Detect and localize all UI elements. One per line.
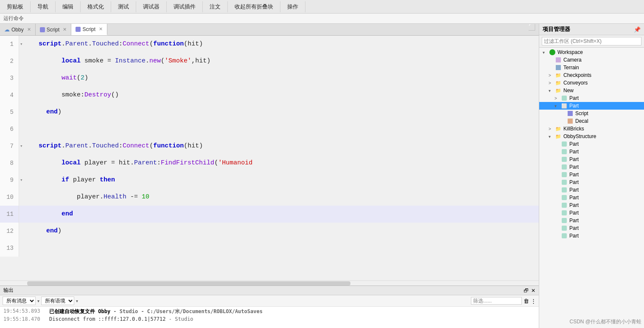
- line-num-5: 5: [0, 104, 19, 121]
- obs-part9-icon: [560, 202, 568, 208]
- tab-obby-label: Obby: [11, 27, 24, 33]
- tree-decal[interactable]: Decal: [539, 117, 644, 125]
- project-tree: ▾ Workspace Camera Terrain >: [539, 48, 644, 328]
- output-panel-header: 输出 🗗 ✕: [0, 286, 539, 295]
- checkpoints-arrow[interactable]: >: [549, 73, 554, 78]
- fold-arrow-7[interactable]: ▾: [19, 138, 26, 155]
- menu-debugger[interactable]: 调试器: [136, 1, 167, 12]
- line-num-12: 12: [0, 223, 19, 240]
- menu-collapse[interactable]: 收起所有折叠块: [228, 1, 280, 12]
- checkpoints-label: Checkpoints: [563, 72, 591, 78]
- tab-obby[interactable]: ☁ Obby ✕: [0, 24, 36, 35]
- code-editor-area[interactable]: 1 ▾ script.Parent.Touched:Connect(functi…: [0, 36, 539, 280]
- tree-workspace[interactable]: ▾ Workspace: [539, 48, 644, 56]
- tab-obby-close[interactable]: ✕: [27, 27, 31, 32]
- tab-script-2[interactable]: Script ✕: [71, 24, 107, 35]
- tree-part-obs-3[interactable]: Part: [539, 156, 644, 163]
- tree-checkpoints[interactable]: > 📁 Checkpoints: [539, 71, 644, 79]
- menu-test[interactable]: 测试: [111, 1, 136, 12]
- output-close-icon[interactable]: ✕: [531, 288, 535, 294]
- line-content-13: [26, 240, 539, 257]
- fold-arrow-4: [19, 87, 26, 104]
- output-toolbar: 所有消息 ▾ 所有语境 ▾ 🗑 ⋮: [0, 295, 539, 307]
- maximize-button[interactable]: ⬜: [525, 24, 539, 35]
- code-line-5: 5 end): [0, 104, 539, 121]
- filter-clear-icon[interactable]: 🗑: [524, 298, 529, 304]
- menu-clipboard[interactable]: 剪贴板: [0, 1, 31, 12]
- menu-edit[interactable]: 编辑: [56, 1, 81, 12]
- obs-part11-icon: [560, 218, 568, 223]
- tree-obbystructure[interactable]: ▾ 📁 ObbyStructure: [539, 133, 644, 140]
- pin-icon[interactable]: 📌: [634, 26, 641, 33]
- fold-arrow-1[interactable]: ▾: [19, 36, 26, 53]
- tree-part-obs-7[interactable]: Part: [539, 186, 644, 194]
- menu-nav[interactable]: 导航: [31, 1, 56, 12]
- secondary-bar: 运行命令: [0, 14, 644, 24]
- new-arrow[interactable]: ▾: [549, 88, 554, 93]
- output-filter-type[interactable]: 所有消息: [3, 297, 36, 305]
- menu-bar: 剪贴板 导航 编辑 格式化 测试 调试器 调试插件 注文 收起所有折叠块 操作: [0, 0, 644, 14]
- killbricks-arrow[interactable]: >: [549, 127, 554, 131]
- tree-part-obs-13[interactable]: Part: [539, 232, 644, 240]
- line-num-2: 2: [0, 53, 19, 70]
- tree-search-input[interactable]: [542, 37, 641, 45]
- terrain-icon: [554, 65, 562, 71]
- tree-part-obs-11[interactable]: Part: [539, 217, 644, 224]
- code-line-10: 10 player.Health -= 10: [0, 189, 539, 206]
- tree-script-item[interactable]: Script: [539, 110, 644, 117]
- tree-part-obs-6[interactable]: Part: [539, 178, 644, 186]
- code-line-8: 8 local player = hit.Parent:FindFirstChi…: [0, 155, 539, 172]
- fold-arrow-9[interactable]: ▾: [19, 172, 26, 189]
- part-selected-arrow[interactable]: ▾: [554, 104, 560, 108]
- menu-debug-plugin[interactable]: 调试插件: [167, 1, 203, 12]
- output-filter-context[interactable]: 所有语境: [41, 297, 74, 305]
- tree-part-obs-1[interactable]: Part: [539, 140, 644, 148]
- tree-terrain[interactable]: Terrain: [539, 64, 644, 71]
- script-item-icon: [566, 110, 574, 116]
- tree-part-obs-4[interactable]: Part: [539, 163, 644, 171]
- tab-bar: ☁ Obby ✕ Script ✕ Script ✕ ⬜: [0, 24, 539, 36]
- menu-format[interactable]: 格式化: [81, 1, 111, 12]
- output-float-icon[interactable]: 🗗: [524, 288, 529, 294]
- run-command-label: 运行命令: [3, 15, 24, 22]
- tree-part-obs-5[interactable]: Part: [539, 171, 644, 178]
- fold-arrow-5: [19, 104, 26, 121]
- obs-part5-icon: [560, 172, 568, 178]
- script-icon-2: [76, 27, 81, 32]
- log-msg-2: Disconnect from ::ffff:127.0.0.1|57712 -…: [49, 316, 193, 322]
- menu-operations[interactable]: 操作: [280, 1, 305, 12]
- filter-options-icon[interactable]: ⋮: [531, 298, 536, 304]
- conveyors-arrow[interactable]: >: [549, 81, 554, 85]
- tree-part-obs-9[interactable]: Part: [539, 201, 644, 209]
- tab-script-1-close[interactable]: ✕: [63, 27, 67, 32]
- tree-part-obs-8[interactable]: Part: [539, 194, 644, 201]
- part-selected-icon: ⬜: [560, 103, 568, 109]
- line-content-4: smoke:Destroy(): [26, 87, 539, 104]
- fold-arrow-10: [19, 189, 26, 206]
- tree-conveyors[interactable]: > 📁 Conveyors: [539, 79, 644, 87]
- new-label: New: [563, 88, 574, 93]
- tab-script-1[interactable]: Script ✕: [36, 24, 72, 35]
- tree-part-obs-12[interactable]: Part: [539, 224, 644, 232]
- menu-note[interactable]: 注文: [203, 1, 228, 12]
- part1-arrow[interactable]: >: [554, 96, 560, 101]
- tree-part-obs-10[interactable]: Part: [539, 209, 644, 217]
- tab-script-2-close[interactable]: ✕: [99, 26, 103, 32]
- tree-new[interactable]: ▾ 📁 New: [539, 87, 644, 94]
- tree-killbricks[interactable]: > 📁 KillBricks: [539, 125, 644, 133]
- line-num-3: 3: [0, 70, 19, 87]
- obbystructure-arrow[interactable]: ▾: [549, 134, 554, 139]
- main-content: ☁ Obby ✕ Script ✕ Script ✕ ⬜ 1 ▾: [0, 24, 644, 328]
- new-icon: 📁: [554, 88, 562, 93]
- line-num-7: 7: [0, 138, 19, 155]
- code-line-1: 1 ▾ script.Parent.Touched:Connect(functi…: [0, 36, 539, 53]
- tree-part-1[interactable]: > Part: [539, 94, 644, 102]
- tree-part-selected[interactable]: ▾ ⬜ Part: [539, 102, 644, 110]
- camera-label: Camera: [563, 57, 582, 63]
- horizontal-scrollbar[interactable]: [0, 280, 539, 286]
- workspace-arrow[interactable]: ▾: [543, 50, 549, 55]
- output-filter-input[interactable]: [471, 297, 522, 305]
- tree-camera[interactable]: Camera: [539, 56, 644, 64]
- fold-arrow-2: [19, 53, 26, 70]
- tree-part-obs-2[interactable]: Part: [539, 148, 644, 156]
